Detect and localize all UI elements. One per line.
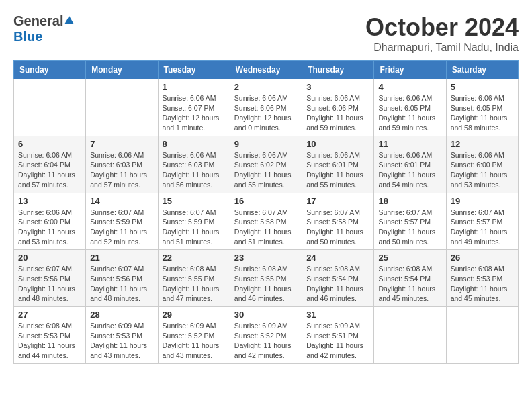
day-number: 20 [18,253,81,263]
day-info: Sunrise: 6:08 AMSunset: 5:55 PMDaylight:… [234,264,298,304]
calendar-cell: 3Sunrise: 6:06 AMSunset: 6:06 PMDaylight… [302,79,374,136]
calendar-cell: 10Sunrise: 6:06 AMSunset: 6:01 PMDayligh… [302,136,374,193]
calendar-cell: 26Sunrise: 6:08 AMSunset: 5:53 PMDayligh… [446,250,518,307]
day-number: 26 [451,253,514,263]
calendar-cell: 29Sunrise: 6:09 AMSunset: 5:52 PMDayligh… [158,307,230,364]
day-number: 17 [306,196,369,206]
calendar-cell: 27Sunrise: 6:08 AMSunset: 5:53 PMDayligh… [14,307,86,364]
day-info: Sunrise: 6:06 AMSunset: 6:05 PMDaylight:… [378,93,441,133]
logo-blue-text: Blue [13,29,42,44]
day-number: 31 [306,310,369,320]
day-info: Sunrise: 6:09 AMSunset: 5:53 PMDaylight:… [90,321,153,361]
day-info: Sunrise: 6:06 AMSunset: 6:03 PMDaylight:… [163,150,226,190]
day-info: Sunrise: 6:09 AMSunset: 5:51 PMDaylight:… [306,321,369,361]
calendar-cell: 8Sunrise: 6:06 AMSunset: 6:03 PMDaylight… [158,136,230,193]
day-number: 9 [234,139,298,149]
calendar-cell: 28Sunrise: 6:09 AMSunset: 5:53 PMDayligh… [86,307,158,364]
calendar-cell: 24Sunrise: 6:08 AMSunset: 5:54 PMDayligh… [302,250,374,307]
weekday-header-monday: Monday [86,61,158,79]
day-info: Sunrise: 6:06 AMSunset: 6:00 PMDaylight:… [451,150,514,190]
day-info: Sunrise: 6:09 AMSunset: 5:52 PMDaylight:… [163,321,226,361]
calendar-cell: 2Sunrise: 6:06 AMSunset: 6:06 PMDaylight… [230,79,302,136]
logo: General Blue [13,13,74,44]
day-info: Sunrise: 6:06 AMSunset: 6:02 PMDaylight:… [234,150,298,190]
weekday-header-sunday: Sunday [14,61,86,79]
day-info: Sunrise: 6:07 AMSunset: 5:56 PMDaylight:… [90,264,153,304]
day-number: 3 [306,82,369,92]
calendar-cell: 4Sunrise: 6:06 AMSunset: 6:05 PMDaylight… [374,79,446,136]
calendar-cell: 16Sunrise: 6:07 AMSunset: 5:58 PMDayligh… [230,193,302,250]
month-title: October 2024 [365,13,519,42]
day-number: 13 [18,196,81,206]
day-number: 4 [378,82,441,92]
weekday-header-tuesday: Tuesday [158,61,230,79]
calendar-cell: 13Sunrise: 6:06 AMSunset: 6:00 PMDayligh… [14,193,86,250]
weekday-header-wednesday: Wednesday [230,61,302,79]
location-subtitle: Dharmapuri, Tamil Nadu, India [365,42,519,54]
day-number: 1 [163,82,226,92]
day-number: 28 [90,310,153,320]
day-number: 14 [90,196,153,206]
day-number: 19 [451,196,514,206]
week-row-5: 27Sunrise: 6:08 AMSunset: 5:53 PMDayligh… [14,307,519,364]
day-info: Sunrise: 6:06 AMSunset: 6:04 PMDaylight:… [18,150,81,190]
calendar-cell [374,307,446,364]
day-number: 24 [306,253,369,263]
calendar-cell: 11Sunrise: 6:06 AMSunset: 6:01 PMDayligh… [374,136,446,193]
day-info: Sunrise: 6:07 AMSunset: 5:57 PMDaylight:… [451,208,514,247]
calendar-cell: 5Sunrise: 6:06 AMSunset: 6:05 PMDaylight… [446,79,518,136]
calendar-cell [86,79,158,136]
day-number: 22 [163,253,226,263]
day-number: 10 [306,139,369,149]
day-number: 2 [234,82,298,92]
day-number: 27 [18,310,81,320]
day-number: 23 [234,253,298,263]
calendar-cell: 20Sunrise: 6:07 AMSunset: 5:56 PMDayligh… [14,250,86,307]
day-info: Sunrise: 6:07 AMSunset: 5:57 PMDaylight:… [378,208,441,247]
day-info: Sunrise: 6:06 AMSunset: 6:06 PMDaylight:… [306,93,369,133]
calendar-cell: 6Sunrise: 6:06 AMSunset: 6:04 PMDaylight… [14,136,86,193]
calendar-cell: 12Sunrise: 6:06 AMSunset: 6:00 PMDayligh… [446,136,518,193]
day-info: Sunrise: 6:08 AMSunset: 5:53 PMDaylight:… [451,264,514,304]
day-info: Sunrise: 6:07 AMSunset: 5:59 PMDaylight:… [163,208,226,247]
day-info: Sunrise: 6:07 AMSunset: 5:56 PMDaylight:… [18,264,81,304]
day-info: Sunrise: 6:08 AMSunset: 5:53 PMDaylight:… [18,321,81,361]
day-info: Sunrise: 6:06 AMSunset: 6:06 PMDaylight:… [234,93,298,133]
header: General Blue October 2024 Dharmapuri, Ta… [13,13,519,54]
title-area: October 2024 Dharmapuri, Tamil Nadu, Ind… [365,13,519,54]
calendar-cell: 14Sunrise: 6:07 AMSunset: 5:59 PMDayligh… [86,193,158,250]
calendar-cell: 21Sunrise: 6:07 AMSunset: 5:56 PMDayligh… [86,250,158,307]
weekday-header-thursday: Thursday [302,61,374,79]
week-row-2: 6Sunrise: 6:06 AMSunset: 6:04 PMDaylight… [14,136,519,193]
day-number: 7 [90,139,153,149]
calendar-cell: 18Sunrise: 6:07 AMSunset: 5:57 PMDayligh… [374,193,446,250]
day-info: Sunrise: 6:06 AMSunset: 6:00 PMDaylight:… [18,208,81,247]
weekday-header-row: SundayMondayTuesdayWednesdayThursdayFrid… [14,61,519,79]
calendar-cell: 25Sunrise: 6:08 AMSunset: 5:54 PMDayligh… [374,250,446,307]
day-info: Sunrise: 6:08 AMSunset: 5:54 PMDaylight:… [306,264,369,304]
day-number: 30 [234,310,298,320]
weekday-header-saturday: Saturday [446,61,518,79]
day-number: 16 [234,196,298,206]
calendar-cell: 23Sunrise: 6:08 AMSunset: 5:55 PMDayligh… [230,250,302,307]
calendar-cell: 30Sunrise: 6:09 AMSunset: 5:52 PMDayligh… [230,307,302,364]
logo-triangle-icon [64,16,74,24]
day-info: Sunrise: 6:09 AMSunset: 5:52 PMDaylight:… [234,321,298,361]
calendar-cell: 15Sunrise: 6:07 AMSunset: 5:59 PMDayligh… [158,193,230,250]
day-number: 8 [163,139,226,149]
calendar-cell [446,307,518,364]
day-number: 15 [163,196,226,206]
day-number: 21 [90,253,153,263]
day-info: Sunrise: 6:06 AMSunset: 6:01 PMDaylight:… [378,150,441,190]
week-row-4: 20Sunrise: 6:07 AMSunset: 5:56 PMDayligh… [14,250,519,307]
day-number: 12 [451,139,514,149]
day-info: Sunrise: 6:08 AMSunset: 5:54 PMDaylight:… [378,264,441,304]
weekday-header-friday: Friday [374,61,446,79]
calendar-cell [14,79,86,136]
day-info: Sunrise: 6:07 AMSunset: 5:59 PMDaylight:… [90,208,153,247]
week-row-1: 1Sunrise: 6:06 AMSunset: 6:07 PMDaylight… [14,79,519,136]
day-info: Sunrise: 6:08 AMSunset: 5:55 PMDaylight:… [163,264,226,304]
day-info: Sunrise: 6:06 AMSunset: 6:07 PMDaylight:… [163,93,226,133]
calendar-cell: 9Sunrise: 6:06 AMSunset: 6:02 PMDaylight… [230,136,302,193]
calendar-cell: 22Sunrise: 6:08 AMSunset: 5:55 PMDayligh… [158,250,230,307]
